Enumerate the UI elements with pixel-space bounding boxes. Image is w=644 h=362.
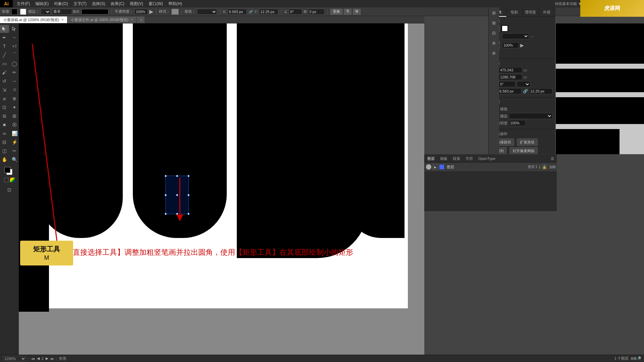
direct-selection-tool[interactable] <box>10 25 19 33</box>
hand-tool[interactable]: ✋ <box>0 156 9 164</box>
w-panel-input[interactable] <box>498 88 522 94</box>
h-panel-input[interactable] <box>529 88 552 94</box>
arrange-btn[interactable]: ⇅ <box>344 9 352 15</box>
slice-tool[interactable]: ⚡ <box>10 138 19 146</box>
anchor-bl[interactable] <box>165 213 167 215</box>
eyedropper-tool[interactable]: ⦿ <box>10 121 19 129</box>
layer-eye-icon[interactable]: 👁 <box>426 164 431 170</box>
mesh-tool[interactable]: ⊞ <box>10 112 19 120</box>
shear-tool[interactable]: ⌑ <box>10 86 19 94</box>
align-pixel-btn[interactable]: 对齐像素网格 <box>509 147 538 155</box>
layer-tab-layers[interactable]: 图层 <box>425 155 437 162</box>
layer-tab-artboards[interactable]: 画板 <box>437 155 450 162</box>
tab-1[interactable]: 小量讲稿.ai @ 1200% (RGB/预览) ✕ <box>0 16 67 23</box>
panel-icon-1[interactable]: ⊞ <box>489 9 499 17</box>
zoom-tool[interactable]: 🔍 <box>10 156 19 164</box>
status-icons[interactable]: ⊞⊠🔎 <box>631 356 641 361</box>
distribute-btn[interactable]: ⊞ <box>353 9 361 15</box>
arc-tool[interactable]: ⌒ <box>10 51 19 59</box>
tab-add[interactable]: + <box>137 16 145 23</box>
blend-tool[interactable]: ∞ <box>0 129 9 137</box>
menu-file[interactable]: 文件(F) <box>14 0 33 7</box>
angle-input[interactable] <box>289 9 302 15</box>
layer-1-row[interactable]: 👁 ▶ 图层 图层 1 1 🔒 100 <box>425 163 557 171</box>
panel-tab-appearance[interactable]: 外观 <box>539 7 555 17</box>
page-prev2[interactable]: ◀ <box>37 356 40 361</box>
opacity-arrow[interactable]: ▶ <box>149 8 153 15</box>
layer-tab-character[interactable]: 字符 <box>463 155 476 162</box>
ellipse-tool[interactable]: ◯ <box>10 60 19 68</box>
stroke-width-input[interactable] <box>52 9 72 15</box>
anchor-tc[interactable] <box>176 175 178 177</box>
fill-color-preview[interactable] <box>20 9 26 15</box>
stroke-color-preview[interactable] <box>11 9 17 15</box>
tab-1-close[interactable]: ✕ <box>61 16 64 23</box>
layer-panel-menu[interactable]: ☰ <box>548 155 557 162</box>
stroke-swatch[interactable] <box>501 25 508 32</box>
menu-help[interactable]: 帮助(H) <box>166 0 185 7</box>
stroke-fill-select[interactable] <box>509 113 552 119</box>
opacity-fill-input[interactable] <box>509 120 526 126</box>
panel-icon-5[interactable]: ⊗ <box>489 49 499 57</box>
angle-panel-input[interactable] <box>499 81 516 87</box>
text-tool[interactable]: T <box>0 42 9 50</box>
menu-effect[interactable]: 效果(C) <box>108 0 127 7</box>
link-icon[interactable]: 🔗 <box>523 88 528 94</box>
selection-tool[interactable] <box>0 25 9 33</box>
layer-lock[interactable]: 🔒 <box>542 165 547 169</box>
change-screen-mode[interactable]: ⊡ <box>5 186 14 194</box>
opacity-expand[interactable]: ▶ <box>520 43 524 48</box>
panel-icon-4[interactable]: ⊕ <box>489 39 499 47</box>
panel-tab-transparency[interactable]: 透明度 <box>523 7 539 17</box>
transform-btn[interactable]: 变换 <box>330 9 342 15</box>
fill-color-box[interactable] <box>4 167 10 173</box>
menu-edit[interactable]: 编辑(E) <box>33 0 51 7</box>
layer-tab-opentype[interactable]: OpenType <box>476 155 498 162</box>
layer-expand[interactable]: ▶ <box>433 164 438 170</box>
x-panel-input[interactable] <box>499 67 522 73</box>
rectangle-tool[interactable]: ▭ <box>0 60 9 68</box>
y-panel-input[interactable] <box>499 74 522 80</box>
perspective-tool[interactable]: ⧉ <box>0 112 9 120</box>
shape-select[interactable] <box>197 9 217 15</box>
panel-tab-brush[interactable]: 笔刷 <box>506 7 523 17</box>
menu-select[interactable]: 选择(S) <box>89 0 108 7</box>
menu-window[interactable]: 窗口(W) <box>146 0 166 7</box>
stroke-style-select[interactable] <box>502 33 529 39</box>
menu-view[interactable]: 视图(V) <box>127 0 146 7</box>
stroke-type-select[interactable] <box>41 9 51 15</box>
free-transform-tool[interactable]: ⊡ <box>0 103 9 111</box>
page-next[interactable]: ▶ <box>46 356 48 361</box>
link-xy[interactable]: 🔗 <box>248 9 253 15</box>
zoom-select[interactable]: 1200% <box>3 356 26 361</box>
artboard-tool[interactable]: ⊟ <box>0 138 9 146</box>
tab-2[interactable]: 小量源文件.ai @ 100% (RGB/预览) ✕ <box>67 16 137 23</box>
canvas-area[interactable]: 使用【直接选择工具】调整加粗竖笔画并拉出圆角，使用【矩形工具】在其底部绘制小的矩… <box>19 23 424 355</box>
panel-icon-3[interactable]: ⊟ <box>489 29 499 37</box>
puppet-warp-tool[interactable]: ✦ <box>10 103 19 111</box>
menu-object[interactable]: 对象(O) <box>51 0 70 7</box>
x-coord-input[interactable] <box>227 9 247 15</box>
anchor-tr[interactable] <box>187 175 190 177</box>
paintbrush-tool[interactable]: 🖌 <box>0 68 9 76</box>
bar-graph-tool[interactable]: 📊 <box>10 129 19 137</box>
page-prev[interactable]: ⏮ <box>31 357 35 361</box>
panel-icon-2[interactable]: ⊠ <box>489 19 499 27</box>
style-preview[interactable] <box>171 9 179 15</box>
curvature-tool[interactable]: ~ <box>10 34 19 42</box>
y-coord-input[interactable] <box>259 9 278 15</box>
eraser-tool[interactable]: ◫ <box>0 147 9 155</box>
gradient-color[interactable] <box>10 178 15 182</box>
gradient-tool[interactable]: ■ <box>0 121 9 129</box>
pen-tool[interactable]: ✒ <box>0 34 9 42</box>
opacity-panel-input[interactable] <box>502 42 519 48</box>
line-tool[interactable]: ╱ <box>0 51 9 59</box>
color-squares[interactable] <box>4 167 14 176</box>
menu-text[interactable]: 文字(T) <box>71 0 89 7</box>
w-input[interactable] <box>308 9 325 15</box>
tab-2-close[interactable]: ✕ <box>130 16 133 23</box>
page-next2[interactable]: ⏭ <box>50 357 54 361</box>
width-tool[interactable]: ⊕ <box>10 95 19 103</box>
scale-tool[interactable]: ⇲ <box>0 86 9 94</box>
warp-tool[interactable]: ⌀ <box>0 95 9 103</box>
